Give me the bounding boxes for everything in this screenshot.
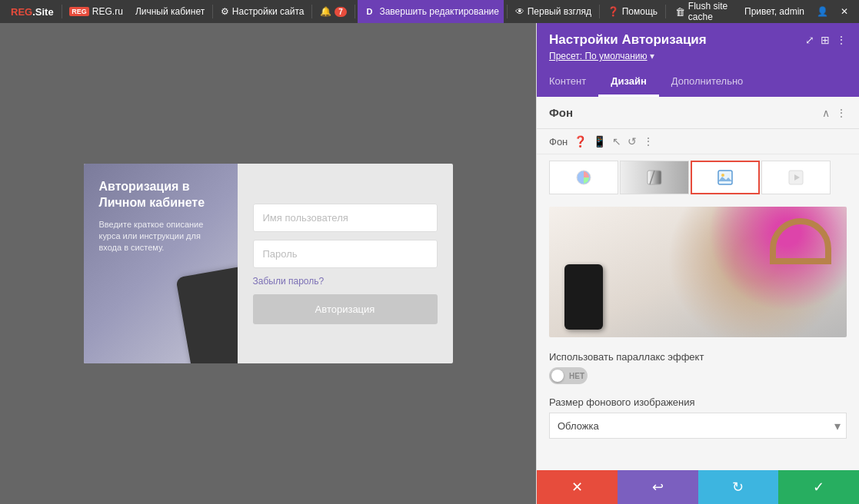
sep4 [355,5,355,18]
right-panel: Настройки Авторизация ⤢ ⊞ ⋮ Пресет: По у… [536,23,859,504]
preview-headphones-shape [770,218,831,264]
username-display: Имя пользователя [253,204,438,232]
sep1 [62,5,62,18]
topbar-avatar[interactable]: 👤 [812,6,833,17]
more-icon[interactable]: ⋮ [836,34,847,46]
tab-content[interactable]: Контент [537,68,598,97]
panel-tabs: Контент Дизайн Дополнительно [537,68,859,97]
sep2 [212,5,213,18]
size-select-wrapper: Обложка Содержать Авто ▾ [549,413,847,439]
topbar-close[interactable]: ✕ [836,6,853,17]
fon-mobile-icon[interactable]: 📱 [593,135,606,148]
topbar-greeting[interactable]: Привет, admin [740,6,809,17]
greeting-text: Привет, admin [744,6,804,17]
preview-inner [549,207,847,337]
size-setting: Размер фонового изображения Обложка Соде… [537,392,859,446]
size-select[interactable]: Обложка Содержать Авто [549,413,847,439]
confirm-icon: ✓ [813,479,824,496]
d-badge: D [362,5,376,18]
toggle-text: НЕТ [569,372,584,380]
svg-point-4 [721,174,724,177]
help-icon: ❓ [608,6,619,17]
reg-link-label: REG.ru [92,6,123,17]
reset-icon: ↩ [652,479,664,496]
type-gradient-button[interactable] [620,161,689,194]
login-right-panel: Имя пользователя Пароль Забыли пароль? А… [238,164,453,363]
parallax-setting: Использовать параллакс эффект НЕТ [537,343,859,392]
login-widget: Авторизация в Личном кабинете Введите кр… [84,164,453,363]
topbar: REG.Site REG REG.ru Личный кабинет ⚙ Нас… [0,0,859,23]
fon-controls: Фон ❓ 📱 ↖ ↺ ⋮ [537,129,859,154]
parallax-label: Использовать параллакс эффект [549,351,847,363]
topbar-preview[interactable]: 👁 Первый взгляд [511,0,596,23]
topbar-settings[interactable]: ⚙ Настройки сайта [216,0,309,23]
cancel-icon: ✕ [571,479,583,496]
svg-rect-1 [648,171,661,184]
toggle-row: НЕТ [549,367,847,384]
preview-label: Первый взгляд [528,6,591,17]
password-display: Пароль [253,240,438,268]
toggle-knob [551,370,564,382]
expand-icon[interactable]: ⤢ [805,34,814,46]
eye-icon: 👁 [515,6,524,17]
type-video-button[interactable] [761,161,831,194]
sep5 [507,5,508,18]
fon-more-icon[interactable]: ⋮ [643,135,654,148]
section-more-icon[interactable]: ⋮ [836,107,847,119]
login-button[interactable]: Авторизация [253,294,438,324]
background-preview [549,207,847,337]
phone-image [175,266,238,363]
fon-label: Фон [549,136,568,148]
tab-additional[interactable]: Дополнительно [659,68,756,97]
section-icons: ∧ ⋮ [822,107,847,119]
panel-title: Настройки Авторизация [549,32,707,48]
sep3 [311,5,312,18]
notification-count: 7 [335,7,347,17]
panel-content: Фон ∧ ⋮ Фон ❓ 📱 ↖ ↺ ⋮ [537,97,859,470]
redo-icon: ↻ [732,479,744,496]
logo-text: REG.Site [11,6,54,18]
fon-cursor-icon[interactable]: ↖ [612,135,621,148]
flush-cache-button[interactable]: 🗑 Flush site cache [669,0,737,23]
reg-badge: REG [69,7,89,16]
svg-rect-3 [718,171,732,184]
redo-button[interactable]: ↻ [698,470,779,504]
main-layout: Авторизация в Личном кабинете Введите кр… [0,23,859,504]
fon-reset-icon[interactable]: ↺ [628,135,637,148]
login-desc: Введите краткое описание курса или инстр… [99,219,222,254]
preset-label: Пресет: По умолчанию [549,51,648,61]
type-image-button[interactable] [691,161,760,194]
topbar-help[interactable]: ❓ Помощь [603,0,662,23]
gear-icon: ⚙ [221,6,229,17]
panel-preset[interactable]: Пресет: По умолчанию ▾ [549,51,847,61]
confirm-button[interactable]: ✓ [778,470,859,504]
finish-edit-label: Завершить редактирование [379,6,499,17]
topbar-logo[interactable]: REG.Site [6,0,58,23]
sep6 [599,5,600,18]
cancel-button[interactable]: ✕ [537,470,618,504]
topbar-notifications[interactable]: 🔔 7 [315,0,351,23]
tab-design[interactable]: Дизайн [598,68,659,97]
fon-help-icon[interactable]: ❓ [574,135,587,148]
columns-icon[interactable]: ⊞ [821,34,830,46]
reset-button[interactable]: ↩ [618,470,698,504]
type-selector [537,154,859,201]
cabinet-label: Личный кабинет [135,6,205,17]
parallax-toggle[interactable]: НЕТ [549,367,588,384]
login-left-panel: Авторизация в Личном кабинете Введите кр… [84,164,238,363]
bottom-actions: ✕ ↩ ↻ ✓ [537,470,859,504]
flush-label: Flush site cache [688,1,731,22]
canvas-area: Авторизация в Личном кабинете Введите кр… [0,23,536,504]
forgot-password-link[interactable]: Забыли пароль? [253,276,438,287]
topbar-finish-edit[interactable]: D Завершить редактирование [358,0,504,23]
topbar-cabinet[interactable]: Личный кабинет [131,0,209,23]
avatar-icon: 👤 [817,6,828,17]
login-title: Авторизация в Личном кабинете [99,179,222,211]
sep7 [665,5,666,18]
close-icon: ✕ [841,6,848,17]
topbar-reg-link[interactable]: REG REG.ru [65,0,128,23]
type-color-button[interactable] [549,161,618,194]
panel-title-icons: ⤢ ⊞ ⋮ [805,34,847,46]
section-title: Фон [549,106,573,119]
collapse-icon[interactable]: ∧ [822,107,830,119]
